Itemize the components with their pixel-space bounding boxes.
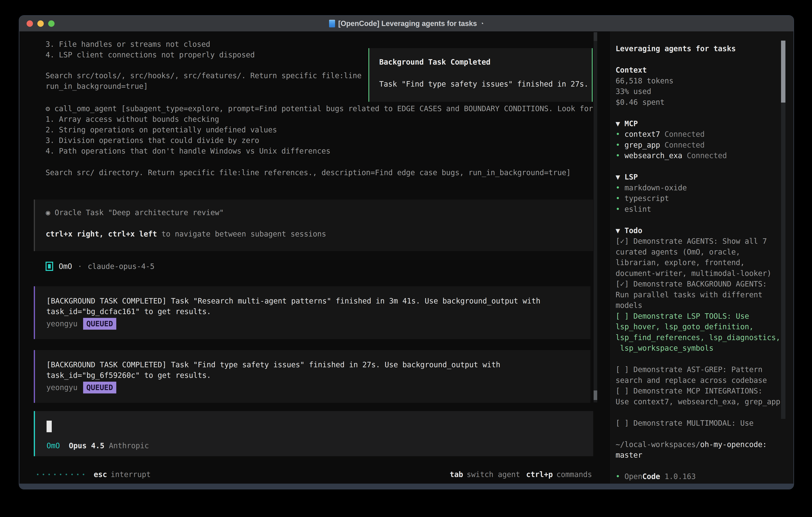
todo-line-active: lsp_workspace_symbols (616, 343, 794, 354)
agent-name: OmO (59, 262, 72, 271)
tool-call-line: ⚙ call_omo_agent [subagent_type=explore,… (46, 104, 593, 113)
prompt-input[interactable]: OmO Opus 4.5 Anthropic (34, 411, 593, 456)
todo-line-pending: [ ] Demonstrate AST-GREP: Pattern (616, 364, 794, 375)
key-hint: ctrl+x right, ctrl+x left (46, 230, 157, 238)
todo-line-active: [ ] Demonstrate LSP TOOLS: Use (616, 311, 794, 322)
status-dot-icon: • (616, 141, 620, 149)
output-line: 1. Array access without bounds checking (46, 115, 219, 124)
output-line: Search src/ directory. Return specific f… (46, 168, 571, 177)
output-line: 3. Division operations that could divide… (46, 136, 259, 145)
lsp-section-header[interactable]: ▼ LSP (616, 172, 794, 183)
window-title-group: [OpenCode] Leveraging agents for tasks ◔ (329, 19, 484, 28)
output-line: Search src/tools/, src/hooks/, src/featu… (46, 71, 361, 80)
chevron-down-icon: ▼ (616, 226, 620, 235)
terminal-main-pane[interactable]: 3. File handles or streams not closed 4.… (19, 31, 598, 484)
oracle-task-line: ◉ Oracle Task "Deep architecture review" (46, 208, 224, 217)
main-scrollbar-segment[interactable] (593, 32, 597, 41)
task-message-line: task_id="bg_dcfac161" to get results. (46, 307, 211, 316)
todo-line-pending: Use context7, websearch_exa, grep_app (616, 397, 794, 407)
context-spent: $0.46 spent (616, 97, 794, 108)
output-line: 4. Path operations that don't handle Win… (46, 146, 330, 156)
sidebar-scrollbar-thumb[interactable] (781, 40, 785, 103)
maximize-button[interactable] (48, 20, 55, 27)
lsp-item: • markdown-oxide (616, 183, 794, 193)
toast-title: Background Task Completed (379, 58, 491, 66)
agent-model: claude-opus-4-5 (88, 262, 154, 271)
context-tokens: 66,518 tokens (616, 76, 794, 86)
titlebar: [OpenCode] Leveraging agents for tasks ◔ (19, 16, 793, 31)
todo-section-header[interactable]: ▼ Todo (616, 225, 794, 236)
document-icon (329, 20, 335, 27)
ctrlp-key-hint: ctrl+p (526, 470, 553, 479)
task-message-line: task_id="bg_6f59260c" to get results. (46, 371, 211, 380)
status-badge: QUEUED (83, 382, 116, 393)
toast-body: Task "Find type safety issues" finished … (379, 80, 588, 88)
chevron-down-icon: ▼ (616, 119, 620, 128)
status-dot-icon: • (616, 194, 620, 203)
tab-key-hint: tab (450, 470, 463, 479)
status-dot-icon: • (616, 472, 620, 481)
context-heading: Context (616, 65, 794, 76)
output-line: 3. File handles or streams not closed (46, 40, 210, 49)
gear-icon: ⚙ (46, 104, 50, 113)
window-title: [OpenCode] Leveraging agents for tasks (338, 19, 477, 28)
session-title: Leveraging agents for tasks (616, 44, 794, 54)
active-model-label: Opus 4.5 (69, 441, 104, 450)
agent-icon (46, 262, 53, 271)
task-message-meta: yeongyu QUEUED (46, 318, 116, 330)
lsp-item: • eslint (616, 204, 794, 215)
workspace-branch: master (616, 450, 794, 461)
todo-line-pending: search and replace across codebase (616, 375, 794, 386)
status-dot-icon: • (616, 130, 620, 139)
todo-line-done: [✓] Demonstrate AGENTS: Show all 7 (616, 236, 794, 247)
output-line: 4. LSP client connections not properly d… (46, 50, 255, 60)
todo-line-done: librarian, explore, frontend, (616, 257, 794, 268)
status-right: tabswitch agent ctrl+pcommands (450, 470, 592, 479)
output-line: run_in_background=true] (46, 82, 148, 91)
terminal-window: [OpenCode] Leveraging agents for tasks ◔… (19, 15, 794, 489)
todo-line-done: [✓] Demonstrate BACKGROUND AGENTS: (616, 279, 794, 290)
close-button[interactable] (27, 20, 33, 27)
todo-line-active: lsp_hover, lsp_goto_definition, (616, 322, 794, 332)
ctrlp-key-label: commands (556, 470, 592, 479)
spinner-dots: ••••••••• (36, 472, 88, 478)
workspace-path: ~/local-workspaces/oh-my-opencode: (616, 439, 794, 450)
todo-line-pending: [ ] Demonstrate MULTIMODAL: Use (616, 418, 794, 429)
active-agent-label: OmO (47, 441, 60, 450)
status-dot-icon: • (616, 151, 620, 160)
username: yeongyu (46, 320, 78, 328)
main-scrollbar-thumb[interactable] (593, 390, 597, 400)
minimize-button[interactable] (37, 20, 44, 27)
oracle-task-panel[interactable]: ◉ Oracle Task "Deep architecture review"… (34, 199, 593, 251)
mcp-item: • context7 Connected (616, 129, 794, 140)
mcp-item: • grep_app Connected (616, 140, 794, 151)
esc-key-hint: esc (94, 470, 107, 479)
main-scrollbar-track[interactable] (593, 32, 597, 403)
todo-line-done: document-writer, multimodal-looker) (616, 268, 794, 279)
subagent-nav-hint: ctrl+x right, ctrl+x left to navigate be… (46, 230, 326, 238)
background-task-toast[interactable]: Background Task Completed Task "Find typ… (369, 48, 592, 102)
background-task-message[interactable]: [BACKGROUND TASK COMPLETED] Task "Find t… (34, 350, 590, 403)
text-cursor (47, 420, 52, 432)
todo-line-active: lsp_find_references, lsp_diagnostics, (616, 332, 794, 343)
todo-line-done: curated agents (OmO, oracle, (616, 247, 794, 257)
model-row: OmO Opus 4.5 Anthropic (47, 441, 149, 450)
task-message-meta: yeongyu QUEUED (46, 382, 116, 393)
window-bottom-edge (19, 484, 793, 489)
lsp-item: • typescript (616, 193, 794, 204)
agent-header: OmO · claude-opus-4-5 (46, 262, 154, 271)
status-bar: ••••••••• escinterrupt tabswitch agent c… (19, 470, 595, 482)
output-line: 2. String operations on potentially unde… (46, 125, 277, 135)
mcp-section-header[interactable]: ▼ MCP (616, 118, 794, 129)
status-dot-icon: • (616, 184, 620, 192)
task-message-line: [BACKGROUND TASK COMPLETED] Task "Find t… (46, 360, 500, 369)
todo-line-done: Run parallel tasks with different (616, 290, 794, 300)
mcp-item: • websearch_exa Connected (616, 151, 794, 161)
target-icon: ◉ (46, 208, 50, 217)
task-message-line: [BACKGROUND TASK COMPLETED] Task "Resear… (46, 297, 541, 305)
todo-line-pending: [ ] Demonstrate MCP INTEGRATIONS: (616, 386, 794, 397)
status-badge: QUEUED (83, 318, 116, 330)
background-task-message[interactable]: [BACKGROUND TASK COMPLETED] Task "Resear… (34, 286, 590, 339)
sidebar: Leveraging agents for tasks Context 66,5… (610, 31, 794, 484)
tab-key-label: switch agent (467, 470, 520, 479)
